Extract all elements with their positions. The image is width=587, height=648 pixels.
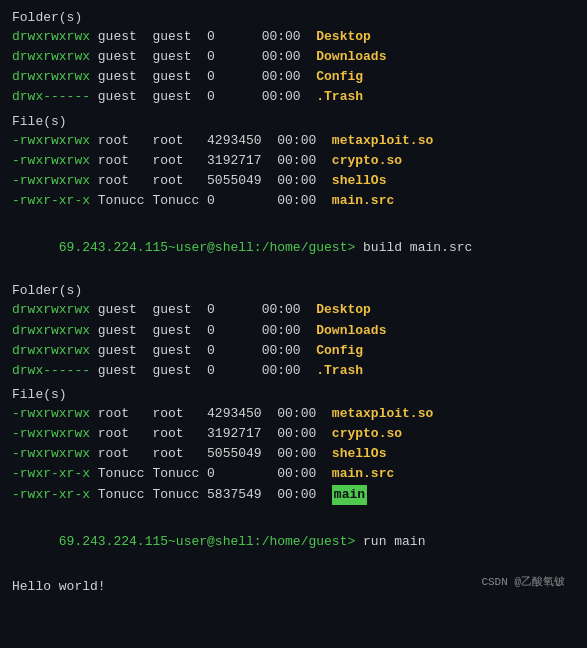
section1-folder-header: Folder(s) (12, 10, 575, 25)
s2-folder-line-1: drwxrwxrwx guest guest 0 00:00 Desktop (12, 300, 575, 320)
folder-name: Config (316, 341, 363, 361)
section1-file-header: File(s) (12, 114, 575, 129)
perm: -rwxrwxrwx (12, 444, 90, 464)
prompt-ip-2: 69.243.224.115 (59, 534, 168, 549)
section2-file-header: File(s) (12, 387, 575, 402)
file-name: crypto.so (332, 151, 402, 171)
perm: -rwxr-xr-x (12, 464, 90, 484)
folder-name: Desktop (316, 300, 371, 320)
folder-name: Downloads (316, 321, 386, 341)
s2-file-line-4: -rwxr-xr-x Tonucc Tonucc 0 00:00 main.sr… (12, 464, 575, 484)
terminal: Folder(s) drwxrwxrwx guest guest 0 00:00… (12, 10, 575, 597)
file-name: metaxploit.so (332, 131, 433, 151)
folder-name: Desktop (316, 27, 371, 47)
file-name: shellOs (332, 444, 387, 464)
s2-file-line-3: -rwxrwxrwx root root 5055049 00:00 shell… (12, 444, 575, 464)
perm: -rwxrwxrwx (12, 131, 90, 151)
s2-folder-line-2: drwxrwxrwx guest guest 0 00:00 Downloads (12, 321, 575, 341)
file-line-1: -rwxrwxrwx root root 4293450 00:00 metax… (12, 131, 575, 151)
perm: drwxrwxrwx (12, 300, 90, 320)
folder-line-2: drwxrwxrwx guest guest 0 00:00 Downloads (12, 47, 575, 67)
perm: -rwxrwxrwx (12, 151, 90, 171)
file-name: main.src (332, 191, 394, 211)
perm: drwxrwxrwx (12, 27, 90, 47)
s2-file-line-1: -rwxrwxrwx root root 4293450 00:00 metax… (12, 404, 575, 424)
folder-name: Config (316, 67, 363, 87)
terminal-container: Folder(s) drwxrwxrwx guest guest 0 00:00… (12, 10, 575, 597)
folder-line-3: drwxrwxrwx guest guest 0 00:00 Config (12, 67, 575, 87)
perm: drwxrwxrwx (12, 341, 90, 361)
prompt-cmd-2: run main (355, 534, 425, 549)
file-line-3: -rwxrwxrwx root root 5055049 00:00 shell… (12, 171, 575, 191)
perm: -rwxrwxrwx (12, 404, 90, 424)
file-name-highlighted: main (332, 485, 367, 505)
perm: -rwxr-xr-x (12, 485, 90, 505)
folder-name: .Trash (316, 87, 363, 107)
s2-folder-line-4: drwx------ guest guest 0 00:00 .Trash (12, 361, 575, 381)
folder-name: Downloads (316, 47, 386, 67)
s2-file-line-5: -rwxr-xr-x Tonucc Tonucc 5837549 00:00 m… (12, 485, 575, 505)
s2-file-line-2: -rwxrwxrwx root root 3192717 00:00 crypt… (12, 424, 575, 444)
watermark: CSDN @乙酸氧铍 (481, 574, 565, 589)
perm: drwxrwxrwx (12, 321, 90, 341)
perm: drwxrwxrwx (12, 47, 90, 67)
perm: drwxrwxrwx (12, 67, 90, 87)
prompt-ip-1: 69.243.224.115 (59, 240, 168, 255)
perm: drwx------ (12, 361, 90, 381)
file-name: main.src (332, 464, 394, 484)
folder-line-1: drwxrwxrwx guest guest 0 00:00 Desktop (12, 27, 575, 47)
prompt-line-1: 69.243.224.115~user@shell:/home/guest> b… (12, 215, 575, 281)
perm: -rwxrwxrwx (12, 424, 90, 444)
prompt-line-2: 69.243.224.115~user@shell:/home/guest> r… (12, 509, 575, 575)
file-name: crypto.so (332, 424, 402, 444)
perm: -rwxr-xr-x (12, 191, 90, 211)
section2-folder-header: Folder(s) (12, 283, 575, 298)
prompt-cmd-1: build main.src (355, 240, 472, 255)
file-line-4: -rwxr-xr-x Tonucc Tonucc 0 00:00 main.sr… (12, 191, 575, 211)
file-name: shellOs (332, 171, 387, 191)
file-name: metaxploit.so (332, 404, 433, 424)
file-line-2: -rwxrwxrwx root root 3192717 00:00 crypt… (12, 151, 575, 171)
perm: -rwxrwxrwx (12, 171, 90, 191)
s2-folder-line-3: drwxrwxrwx guest guest 0 00:00 Config (12, 341, 575, 361)
folder-line-4: drwx------ guest guest 0 00:00 .Trash (12, 87, 575, 107)
folder-name: .Trash (316, 361, 363, 381)
perm: drwx------ (12, 87, 90, 107)
